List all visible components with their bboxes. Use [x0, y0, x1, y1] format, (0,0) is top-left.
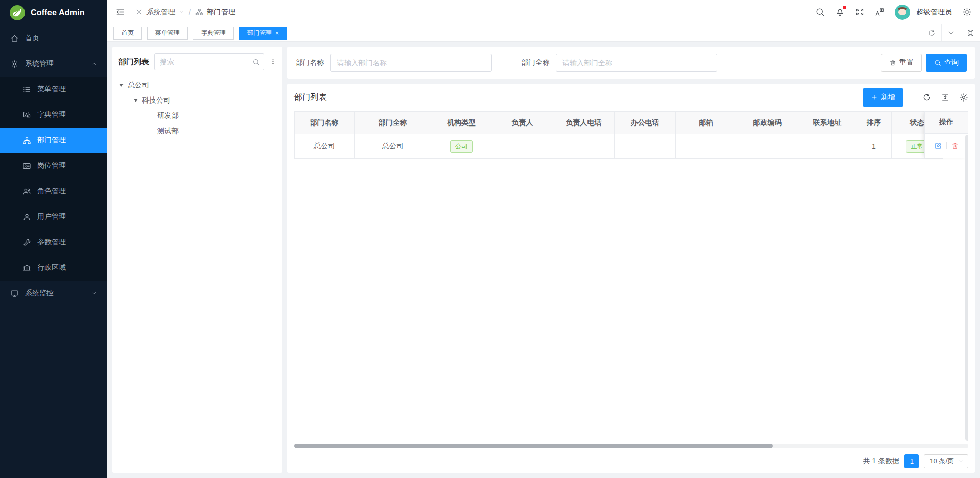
user-icon	[22, 213, 31, 221]
dept-table-card: 部门列表 新增	[287, 84, 975, 473]
table-zone: 部门名称 部门全称 机构类型 负责人 负责人电话 办公电话 邮箱 邮政编码 联系	[294, 111, 968, 442]
page-1-button[interactable]: 1	[904, 454, 919, 468]
menu-list-icon	[22, 85, 31, 94]
sidebar-item-system[interactable]: 系统管理	[0, 51, 107, 77]
dictionary-icon	[22, 111, 31, 119]
column-settings-gear-icon[interactable]	[959, 93, 968, 102]
row-height-icon[interactable]	[941, 93, 950, 102]
tree-node-test[interactable]: 测试部	[118, 123, 276, 139]
notifications-button[interactable]	[835, 7, 845, 17]
more-options-icon[interactable]	[270, 57, 276, 66]
caret-down-icon[interactable]	[119, 84, 124, 87]
reset-button[interactable]: 重置	[881, 54, 922, 72]
tab-dept-mgmt[interactable]: 部门管理 ×	[239, 27, 287, 40]
dept-fullname-input[interactable]	[556, 54, 717, 72]
search-button[interactable]: 查询	[926, 54, 967, 72]
sidebar-item-home[interactable]: 首页	[0, 26, 107, 51]
open-tabs: 首页 菜单管理 字典管理 部门管理 ×	[113, 27, 922, 40]
translate-icon[interactable]	[875, 7, 885, 17]
refresh-icon[interactable]	[922, 24, 941, 41]
maximize-icon[interactable]	[961, 24, 980, 41]
fullscreen-icon[interactable]	[855, 7, 865, 17]
tree-node-root[interactable]: 总公司	[118, 78, 276, 93]
leaf-logo-icon	[9, 5, 26, 21]
breadcrumb: 系统管理 / 部门管理	[135, 8, 235, 17]
gear-icon	[135, 8, 143, 16]
home-icon	[10, 34, 19, 43]
tree-node-tech[interactable]: 科技公司	[118, 93, 276, 108]
tree-node-rd[interactable]: 研发部	[118, 108, 276, 123]
sidebar-item-role-mgmt[interactable]: 角色管理	[0, 179, 107, 204]
main-area: 系统管理 / 部门管理 超级管理员 首页	[107, 0, 980, 478]
sidebar-item-region[interactable]: 行政区域	[0, 255, 107, 281]
sidebar-item-monitor[interactable]: 系统监控	[0, 281, 107, 306]
chevron-down-icon[interactable]	[941, 24, 961, 41]
cell-org-type: 公司	[431, 134, 492, 159]
tree-search-input[interactable]	[160, 58, 252, 66]
query-form: 部门名称 部门全称 重置 查询	[287, 47, 975, 79]
sidebar-item-menu-mgmt[interactable]: 菜单管理	[0, 77, 107, 102]
chevron-down-icon	[91, 290, 97, 296]
vertical-scrollbar[interactable]	[965, 135, 968, 441]
org-chart-icon	[22, 136, 31, 145]
sidebar-item-param-mgmt[interactable]: 参数管理	[0, 230, 107, 255]
sidebar-item-user-mgmt[interactable]: 用户管理	[0, 204, 107, 230]
tabbar: 首页 菜单管理 字典管理 部门管理 ×	[107, 24, 980, 42]
delete-trash-icon[interactable]	[951, 142, 959, 150]
trash-icon	[889, 59, 896, 66]
chevron-down-icon	[958, 459, 964, 464]
dept-name-input[interactable]	[330, 54, 492, 72]
username[interactable]: 超级管理员	[916, 8, 952, 17]
gear-icon	[10, 60, 19, 68]
refresh-icon[interactable]	[922, 93, 932, 102]
edit-icon[interactable]	[934, 142, 942, 150]
right-column: 部门名称 部门全称 重置 查询	[287, 47, 975, 473]
cell-leader	[492, 134, 553, 159]
search-icon[interactable]	[815, 7, 825, 17]
table-header-row: 部门名称 部门全称 机构类型 负责人 负责人电话 办公电话 邮箱 邮政编码 联系	[295, 112, 943, 134]
avatar[interactable]	[895, 5, 910, 20]
sidebar-submenu-system: 菜单管理 字典管理 部门管理 岗位管理 角色管理	[0, 77, 107, 281]
org-chart-icon	[195, 8, 203, 16]
fixed-ops-column: 操作	[924, 111, 968, 158]
sidebar: Coffee Admin 首页 系统管理 菜单管理 字典管理	[0, 0, 107, 478]
plus-icon	[871, 94, 878, 101]
breadcrumb-parent[interactable]: 系统管理	[146, 8, 175, 17]
table-card-header: 部门列表 新增	[294, 84, 968, 111]
tab-home[interactable]: 首页	[113, 27, 142, 40]
page-size-select[interactable]: 10 条/页	[924, 454, 968, 468]
sidebar-item-dict-mgmt[interactable]: 字典管理	[0, 102, 107, 128]
settings-gear-icon[interactable]	[962, 7, 972, 17]
horizontal-scrollbar[interactable]	[294, 444, 968, 448]
caret-down-icon[interactable]	[134, 99, 138, 102]
breadcrumb-separator: /	[189, 8, 191, 16]
pagination: 共 1 条数据 1 10 条/页	[294, 449, 968, 473]
app-logo: Coffee Admin	[0, 0, 107, 26]
table-scroller[interactable]: 部门名称 部门全称 机构类型 负责人 负责人电话 办公电话 邮箱 邮政编码 联系	[294, 111, 968, 159]
sidebar-collapse-icon[interactable]	[115, 7, 125, 17]
topbar-actions: 超级管理员	[815, 5, 972, 20]
table-toolbar: 新增	[863, 88, 968, 107]
cell-address	[798, 134, 856, 159]
table-card-title: 部门列表	[294, 92, 327, 103]
tab-dict-mgmt[interactable]: 字典管理	[193, 27, 234, 40]
cell-office-phone	[615, 134, 676, 159]
tab-menu-mgmt[interactable]: 菜单管理	[147, 27, 188, 40]
topbar: 系统管理 / 部门管理 超级管理员	[107, 0, 980, 24]
tree-search-box	[154, 53, 264, 70]
ops-header: 操作	[924, 111, 968, 134]
pagination-total: 共 1 条数据	[863, 457, 900, 466]
breadcrumb-current: 部门管理	[207, 8, 235, 17]
dept-table: 部门名称 部门全称 机构类型 负责人 负责人电话 办公电话 邮箱 邮政编码 联系	[294, 111, 943, 159]
tabbar-tools	[922, 24, 980, 41]
close-icon[interactable]: ×	[275, 30, 279, 36]
app-root: Coffee Admin 首页 系统管理 菜单管理 字典管理	[0, 0, 980, 478]
wrench-icon	[22, 238, 31, 247]
sidebar-item-dept-mgmt[interactable]: 部门管理	[0, 128, 107, 153]
sidebar-item-post-mgmt[interactable]: 岗位管理	[0, 153, 107, 179]
table-row[interactable]: 总公司 总公司 公司 1	[295, 134, 943, 159]
ops-cell	[924, 134, 968, 158]
scrollbar-thumb[interactable]	[294, 444, 773, 448]
add-button[interactable]: 新增	[863, 88, 903, 107]
search-icon[interactable]	[252, 58, 260, 66]
